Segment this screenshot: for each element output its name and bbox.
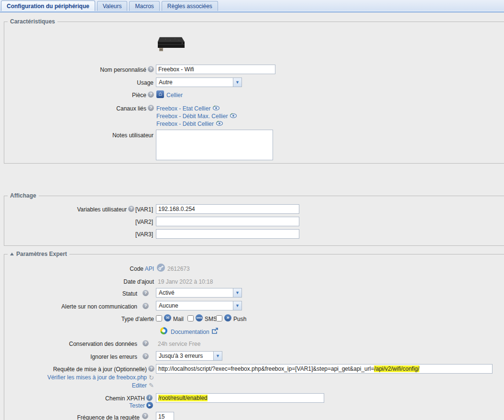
status-label: Statut [3,290,137,297]
tab-bar-underline [0,11,504,12]
ignore-errors-label: Ignorer les erreurs [3,354,137,360]
help-icon[interactable]: ? [142,340,149,346]
sms-label: SMS [205,316,217,322]
chevron-down-icon: ▼ [233,78,241,87]
ignore-errors-select-value: Jusqu'à 3 erreurs [156,352,222,359]
update-request-url: http://localhost/script/?exec=freebox.ph… [158,365,374,372]
documentation-link[interactable]: Documentation [171,329,209,335]
help-icon[interactable]: ? [142,413,148,419]
alert-type-label: Type d'alerte [20,316,154,322]
var3-input[interactable] [156,229,299,239]
expert-legend-text: Paramètres Expert [16,251,67,257]
help-icon[interactable]: ? [148,91,154,98]
tab-device-configuration[interactable]: Configuration du périphérique [1,0,95,11]
house-icon[interactable]: ⌂ [156,90,164,98]
xpath-label: Chemin XPATH [11,395,145,402]
tab-associated-rules[interactable]: Règles associées [162,1,218,11]
collapse-arrow-icon[interactable] [10,253,14,255]
update-request-url-highlighted: /api/v2/wifi/config/ [374,365,419,372]
room-label: Pièce [12,92,146,99]
push-label: Push [233,316,246,322]
sms-icon: sms [196,314,203,321]
api-code-label: Code API [20,265,154,272]
display-legend: Affichage [8,192,39,199]
alert-select[interactable]: Aucune ▼ [156,301,242,310]
user-notes-label: Notes utilisateur [20,132,153,139]
help-icon[interactable]: ? [142,303,149,309]
list-item: Freebox - Etat Cellier [156,105,237,112]
eye-icon[interactable] [216,121,223,126]
update-request-label: Requête de mise à jour (Optionnelle) [13,366,147,373]
eye-icon[interactable] [212,105,220,111]
chevron-down-icon: ▼ [213,352,222,360]
data-retention-label: Conservation des données [3,341,137,347]
check-updates-link[interactable]: Vérifier les mises à jour de freebox.php [13,374,147,381]
room-link[interactable]: Cellier [166,92,183,99]
custom-name-label: Nom personnalisé [12,66,146,73]
help-icon[interactable]: ? [142,290,149,296]
chevron-down-icon: ▼ [233,288,241,297]
eye-icon[interactable] [230,113,237,119]
var1-input[interactable] [156,204,299,214]
documentation-icon[interactable] [160,327,167,334]
push-icon: » [224,314,231,321]
user-notes-textarea[interactable] [156,130,273,160]
info-icon[interactable]: i [146,395,153,401]
status-select-value: Activé [156,288,241,296]
update-request-input[interactable]: http://localhost/script/?exec=freebox.ph… [156,364,493,374]
var2-tag: [VAR2] [19,219,153,225]
xpath-value-highlighted: /root/result/enabled [158,395,208,401]
push-checkbox[interactable] [216,315,222,321]
help-icon[interactable]: ? [142,353,149,359]
api-code-value: 2612673 [167,265,190,272]
channel-link[interactable]: Freebox - Débit Max. Cellier [156,113,228,120]
custom-name-input[interactable] [156,65,275,74]
list-item: Freebox - Débit Cellier [156,120,237,128]
external-link-icon[interactable] [211,328,218,334]
api-link[interactable]: API [145,265,154,272]
var2-input[interactable] [156,217,299,226]
edit-link[interactable]: Editer [13,382,147,389]
chevron-down-icon: ▼ [233,301,241,310]
expert-legend[interactable]: Paramètres Expert [8,251,69,257]
tester-link[interactable]: Tester [11,402,145,409]
device-photo [156,35,186,54]
xpath-input[interactable]: /root/result/enabled [156,393,324,403]
no-communication-alert-label: Alerte sur non communication [3,303,137,310]
usage-select-value: Autre [156,78,241,86]
key-icon[interactable] [157,264,165,272]
help-icon[interactable]: ? [148,365,154,372]
pencil-icon[interactable]: ✎ [149,382,154,388]
request-frequency-label: Fréquence de la requête [6,414,140,420]
var1-tag: [VAR1] [19,206,153,213]
help-icon[interactable]: ? [148,66,154,72]
code-label-text: Code [130,265,143,272]
linked-channels-label: Canaux liés [12,105,146,112]
mail-icon: ✉ [164,314,171,321]
tab-macros[interactable]: Macros [129,1,159,11]
channel-link[interactable]: Freebox - Etat Cellier [156,105,210,112]
refresh-icon[interactable]: ↻ [149,375,154,381]
usage-select[interactable]: Autre ▼ [156,77,242,87]
characteristics-legend: Caractéristiques [8,18,57,25]
channel-link[interactable]: Freebox - Débit Cellier [156,121,214,127]
var3-tag: [VAR3] [19,231,153,238]
list-item: Freebox - Débit Max. Cellier [156,112,237,120]
ignore-errors-select[interactable]: Jusqu'à 3 erreurs ▼ [156,351,222,361]
data-retention-value: 24h service Free [158,341,200,347]
play-icon[interactable]: ▶ [146,402,153,409]
mail-label: Mail [173,316,184,322]
sms-checkbox[interactable] [187,315,194,321]
alert-select-value: Aucune [156,301,241,309]
tab-values[interactable]: Valeurs [97,1,128,11]
help-icon[interactable]: ? [148,105,154,111]
device-configuration-page: Configuration du périphérique Valeurs Ma… [0,0,504,420]
status-select[interactable]: Activé ▼ [156,288,242,298]
mail-checkbox[interactable] [156,315,162,321]
request-frequency-input[interactable] [156,412,174,420]
date-added-value: 19 Janv 2022 à 10:18 [158,278,213,285]
date-added-label: Date d'ajout [20,278,154,285]
usage-label: Usage [20,79,153,86]
